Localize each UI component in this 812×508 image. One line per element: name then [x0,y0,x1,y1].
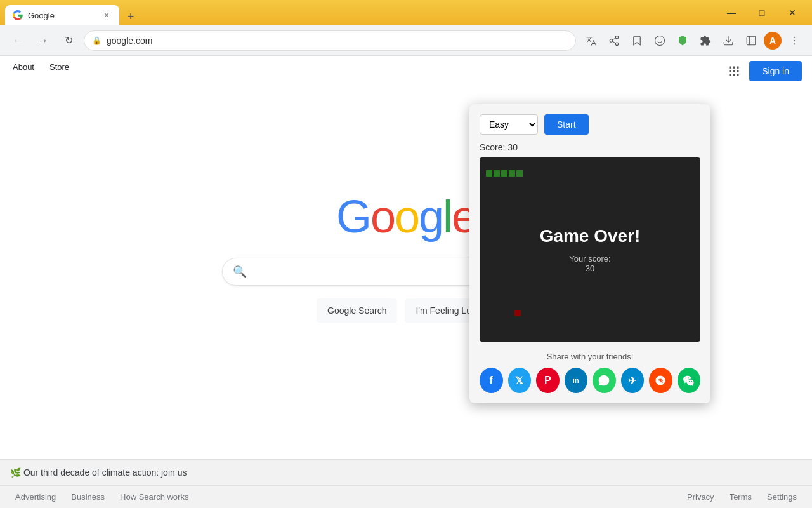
logo-letter-o2: o [395,191,419,242]
title-bar: Google × + — □ ✕ [0,0,812,25]
twitter-share-button[interactable]: 𝕏 [508,368,532,393]
bookmark-icon[interactable] [627,30,647,51]
chrome-browser: Google × + — □ ✕ ← → ↻ 🔒 google.com [0,0,812,508]
advertising-link[interactable]: Advertising [15,492,56,502]
social-icons: f 𝕏 P in ✈ [480,368,700,393]
svg-rect-20 [730,74,731,76]
apps-icon[interactable] [724,61,744,81]
maximize-button[interactable]: □ [747,3,776,23]
tab-bar: Google × + [5,0,714,25]
footer-climate: 🌿 Our third decade of climate action: jo… [0,460,812,486]
sidebar-icon[interactable] [741,30,761,51]
svg-rect-21 [733,74,735,76]
facebook-share-button[interactable]: f [480,368,503,393]
toolbar-icons: A [581,30,804,51]
window-controls: — □ ✕ [717,3,807,23]
sign-in-button[interactable]: Sign in [749,61,802,81]
svg-rect-15 [733,67,735,69]
svg-rect-22 [737,74,738,76]
new-tab-button[interactable]: + [122,8,140,25]
game-over-title: Game Over! [540,226,641,246]
game-popup: Easy Medium Hard Start Score: 30 [469,104,710,403]
svg-point-1 [610,39,613,42]
url-text: google.com [107,36,568,46]
google-logo: Google [336,190,476,243]
settings-link[interactable]: Settings [767,492,797,502]
download-icon[interactable] [718,30,738,51]
svg-point-0 [615,36,619,39]
page-content: About Store Sign in Google 🔍 Google Sear… [0,56,812,508]
svg-point-13 [794,43,795,44]
url-bar[interactable]: 🔒 google.com [84,30,576,51]
game-over-score-value: 30 [586,264,594,273]
terms-link[interactable]: Terms [730,492,752,502]
game-over-score-label: Your score: [569,254,610,264]
logo-letter-g2: g [419,191,443,242]
forward-button[interactable]: → [33,30,53,51]
tab-favicon-icon [13,10,23,20]
close-button[interactable]: ✕ [778,3,807,23]
svg-point-24 [661,380,662,381]
share-section: Share with your friends! f 𝕏 P in ✈ [480,352,700,393]
svg-rect-14 [730,67,731,69]
svg-point-11 [794,36,795,37]
svg-rect-9 [747,36,756,45]
game-over-screen: Game Over! Your score: 30 [480,157,700,342]
tab-title: Google [28,11,96,20]
svg-point-2 [615,43,619,46]
wechat-share-button[interactable] [678,368,701,393]
logo-letter-o1: o [370,191,395,242]
svg-line-4 [612,37,615,39]
share-icon[interactable] [604,30,624,51]
score-display: Score: 30 [480,142,700,152]
start-button[interactable]: Start [544,114,589,135]
footer-links-left: Advertising Business How Search works [15,492,188,502]
extension1-icon[interactable] [650,30,670,51]
search-buttons: Google Search I'm Feeling Lucky [317,298,495,323]
logo-letter-g: G [336,191,370,242]
svg-rect-16 [737,67,738,69]
share-label: Share with your friends! [480,352,700,361]
active-tab[interactable]: Google × [5,5,119,25]
tab-close-button[interactable]: × [102,10,112,20]
google-top-nav: Sign in [0,56,812,86]
privacy-link[interactable]: Privacy [687,492,714,502]
pinterest-share-button[interactable]: P [536,368,560,393]
footer-bottom: Advertising Business How Search works Pr… [0,486,812,508]
svg-point-12 [794,39,795,41]
climate-text: 🌿 Our third decade of climate action: jo… [10,467,187,478]
translate-icon[interactable] [581,30,601,51]
search-icon: 🔍 [233,265,247,279]
svg-rect-17 [730,70,731,72]
extension2-icon[interactable] [672,30,693,51]
linkedin-share-button[interactable]: in [565,368,588,393]
how-search-works-link[interactable]: How Search works [120,492,188,502]
footer-links-right: Privacy Terms Settings [687,492,797,502]
whatsapp-share-button[interactable] [593,368,616,393]
telegram-share-button[interactable]: ✈ [621,368,645,393]
svg-point-5 [655,36,665,45]
svg-rect-18 [733,70,735,72]
extensions-icon[interactable] [695,30,716,51]
logo-letter-l: l [443,191,452,242]
business-link[interactable]: Business [71,492,105,502]
address-bar: ← → ↻ 🔒 google.com [0,25,812,56]
user-avatar[interactable]: A [764,32,782,50]
menu-icon[interactable] [784,30,804,51]
difficulty-select[interactable]: Easy Medium Hard [480,114,538,135]
svg-rect-19 [737,70,738,72]
game-canvas: Game Over! Your score: 30 [480,157,700,342]
minimize-button[interactable]: — [717,3,746,23]
google-footer: 🌿 Our third decade of climate action: jo… [0,459,812,508]
reload-button[interactable]: ↻ [58,30,79,51]
svg-line-3 [612,41,615,43]
game-controls: Easy Medium Hard Start [480,114,700,135]
lock-icon: 🔒 [92,36,102,45]
reddit-share-button[interactable] [649,368,672,393]
google-search-button[interactable]: Google Search [317,298,397,323]
back-button[interactable]: ← [8,30,28,51]
